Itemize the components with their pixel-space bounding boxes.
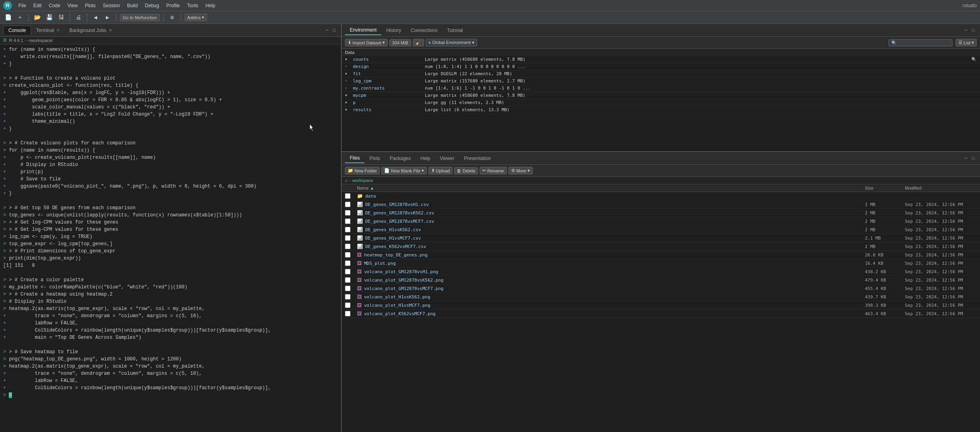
workspace-breadcrumb[interactable]: workspace [352, 178, 373, 183]
menu-code[interactable]: Code [46, 2, 64, 9]
minimize-files-btn[interactable]: — [962, 155, 970, 162]
modified-header[interactable]: Modified [905, 186, 977, 190]
terminal-close-icon[interactable]: ✕ [56, 28, 60, 32]
rename-btn[interactable]: ✏ Rename [480, 167, 507, 174]
menu-debug[interactable]: Debug [142, 2, 162, 9]
file-checkbox[interactable] [345, 294, 351, 300]
env-row[interactable]: ● p Large gg (11 elements, 2.3 MB) [342, 99, 980, 106]
file-row[interactable]: 📊DE_genes_H1vsK562.csv 2 MB Sep 23, 2024… [342, 226, 980, 234]
tab-tutorial[interactable]: Tutorial [442, 26, 468, 35]
file-name[interactable]: 🖼MDS_plot.png [357, 260, 865, 266]
file-name[interactable]: 🖼volcano_plot_K562vsMCF7.png [357, 311, 865, 316]
open-file-btn[interactable]: 📂 [32, 13, 42, 22]
maximize-console-btn[interactable]: □ [331, 27, 338, 34]
file-name[interactable]: 🖼volcano_plot_GM12878vsH1.png [357, 269, 865, 274]
file-row[interactable]: 🖼MDS_plot.png 16.4 KB Sep 23, 2024, 12:5… [342, 259, 980, 268]
menu-session[interactable]: Session [100, 2, 123, 9]
back-btn[interactable]: ◀ [91, 13, 100, 22]
file-checkbox[interactable] [345, 311, 351, 316]
save-all-btn[interactable]: 🖫 [56, 13, 66, 22]
file-checkbox[interactable] [345, 269, 351, 274]
file-row[interactable]: 🖼volcano_plot_GM12878vsMCF7.png 455.4 KB… [342, 284, 980, 293]
file-row[interactable]: 📊DE_genes_GM12878vsK562.csv 2 MB Sep 23,… [342, 209, 980, 217]
file-row[interactable]: 🖼volcano_plot_GM12878vsH1.png 438.2 KB S… [342, 268, 980, 276]
new-file-icon-btn[interactable]: 📄 [3, 13, 13, 22]
env-row[interactable]: ● counts Large matrix (458680 elements, … [342, 56, 980, 63]
file-checkbox[interactable] [345, 286, 351, 291]
menu-profile[interactable]: Profile [163, 2, 183, 9]
env-row[interactable]: ● results Large list (6 elements, 13.3 M… [342, 106, 980, 114]
file-row[interactable]: 📊DE_genes_GM12878vsMCF7.csv 2 MB Sep 23,… [342, 217, 980, 226]
file-checkbox[interactable] [345, 227, 351, 232]
file-checkbox[interactable] [345, 277, 351, 283]
broom-btn[interactable]: 🧹 [413, 39, 424, 46]
file-checkbox[interactable] [345, 244, 351, 249]
maximize-env-btn[interactable]: □ [970, 27, 977, 34]
file-name[interactable]: 🖼volcano_plot_H1vsK562.png [357, 294, 865, 300]
file-row[interactable]: 🖼heatmap_top_DE_genes.png 26.8 KB Sep 23… [342, 251, 980, 259]
tab-files[interactable]: Files [345, 154, 365, 163]
save-btn[interactable]: 💾 [44, 13, 54, 22]
file-row[interactable]: 🖼volcano_plot_GM12878vsK562.png 479.4 KB… [342, 276, 980, 284]
file-name[interactable]: 📊DE_genes_GM12878vsK562.csv [357, 210, 865, 216]
file-checkbox[interactable] [345, 252, 351, 258]
global-env-select[interactable]: ● Global Environment ▾ [426, 39, 477, 46]
upload-btn[interactable]: ⬆ Upload [428, 167, 453, 174]
tab-presentation[interactable]: Presentation [459, 154, 496, 163]
file-name[interactable]: 📊DE_genes_GM12878vsMCF7.csv [357, 218, 865, 224]
tab-packages[interactable]: Packages [385, 154, 416, 163]
file-checkbox[interactable] [345, 260, 351, 266]
print-btn[interactable]: 🖨 [74, 13, 83, 22]
file-name[interactable]: 📊DE_genes_GM12878vsH1.csv [357, 202, 865, 207]
new-blank-file-btn[interactable]: 📄 New Blank File ▾ [381, 167, 426, 174]
env-row[interactable]: ● fit Large DGEGLM (22 elements, 20 MB) [342, 70, 980, 78]
file-row[interactable]: 🖼volcano_plot_K562vsMCF7.png 463.4 KB Se… [342, 310, 980, 318]
tools-btn[interactable]: ⚙ [167, 13, 177, 22]
menu-view[interactable]: View [64, 2, 81, 9]
file-row[interactable]: 🖼volcano_plot_H1vsMCF7.png 390.3 KB Sep … [342, 301, 980, 310]
file-checkbox[interactable] [345, 193, 351, 199]
tab-environment[interactable]: Environment [345, 26, 381, 35]
file-name[interactable]: 📊DE_genes_H1vsK562.csv [357, 227, 865, 232]
tab-background-jobs[interactable]: Background Jobs ✕ [64, 26, 117, 35]
addins-btn[interactable]: Addins ▾ [185, 14, 207, 21]
file-name[interactable]: 📁data [357, 193, 865, 199]
menu-build[interactable]: Build [124, 2, 141, 9]
env-row[interactable]: ● mycpm Large matrix (458680 elements, 7… [342, 92, 980, 99]
size-header[interactable]: Size [865, 186, 905, 190]
file-checkbox[interactable] [345, 302, 351, 308]
maximize-files-btn[interactable]: □ [970, 155, 977, 162]
file-row[interactable]: 📁data [342, 192, 980, 200]
new-folder-btn[interactable]: 📁 New Folder [345, 167, 380, 174]
tab-console[interactable]: Console [3, 26, 31, 35]
file-name[interactable]: 🖼volcano_plot_H1vsMCF7.png [357, 302, 865, 308]
file-name[interactable]: 📊DE_genes_H1vsMCF7.csv [357, 235, 865, 241]
delete-btn[interactable]: 🗑 Delete [454, 167, 478, 174]
menu-tools[interactable]: Tools [184, 2, 201, 9]
bg-jobs-close-icon[interactable]: ✕ [109, 28, 112, 32]
import-dataset-btn[interactable]: ⬇ Import Dataset ▾ [345, 39, 388, 46]
tab-connections[interactable]: Connections [406, 26, 442, 35]
tab-terminal[interactable]: Terminal ✕ [31, 26, 64, 35]
env-search-input[interactable] [888, 39, 952, 46]
file-row[interactable]: 📊DE_genes_GM12878vsH1.csv 2 MB Sep 23, 2… [342, 200, 980, 209]
name-header[interactable]: Name ▲ [357, 186, 865, 190]
file-checkbox[interactable] [345, 202, 351, 207]
file-name[interactable]: 🖼volcano_plot_GM12878vsMCF7.png [357, 286, 865, 291]
file-name[interactable]: 📊DE_genes_K562vsMCF7.csv [357, 244, 865, 249]
minimize-env-btn[interactable]: — [962, 27, 970, 34]
tab-plots[interactable]: Plots [365, 154, 385, 163]
minimize-console-btn[interactable]: — [323, 27, 331, 34]
tab-history[interactable]: History [381, 26, 406, 35]
env-row[interactable]: ○ design num [1:8, 1:4] 1 1 0 0 0 0 0 0 … [342, 63, 980, 70]
file-name[interactable]: 🖼heatmap_top_DE_genes.png [357, 252, 865, 258]
menu-edit[interactable]: Edit [30, 2, 45, 9]
file-row[interactable]: 🖼volcano_plot_H1vsK562.png 439.7 KB Sep … [342, 293, 980, 301]
env-row[interactable]: ○ my.contrasts num [1:4, 1:6] 1 -1 0 0 1… [342, 85, 980, 92]
file-checkbox[interactable] [345, 218, 351, 224]
tab-help[interactable]: Help [416, 154, 435, 163]
menu-file[interactable]: File [15, 2, 29, 9]
file-checkbox[interactable] [345, 235, 351, 241]
menu-help[interactable]: Help [202, 2, 219, 9]
home-icon[interactable]: ⌂ [345, 178, 348, 183]
